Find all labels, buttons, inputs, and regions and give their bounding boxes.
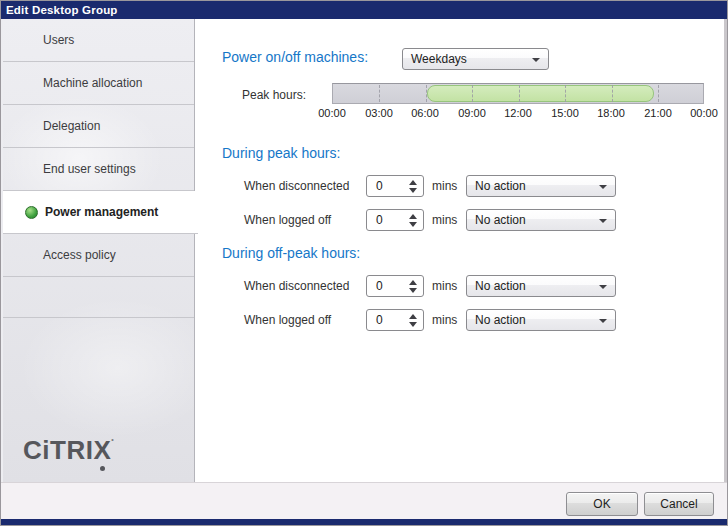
window-bottom-strip <box>1 519 727 525</box>
ok-button[interactable]: OK <box>566 492 638 516</box>
timeline-gridline <box>612 85 613 102</box>
chevron-down-icon <box>599 219 607 223</box>
sidebar-item-label: Access policy <box>43 248 116 262</box>
spin-down-icon[interactable] <box>409 222 417 227</box>
when-disconnected-label: When disconnected <box>244 275 349 297</box>
peak-loggedoff-row: When logged off 0 mins No action <box>198 209 724 231</box>
sidebar-filler <box>3 277 194 318</box>
offpeak-loggedoff-action-select[interactable]: No action <box>466 309 616 331</box>
sidebar-item-access-policy[interactable]: Access policy <box>3 234 194 277</box>
citrix-logo-text: CiTRIX <box>23 435 111 465</box>
peak-disconnected-minutes-input[interactable]: 0 <box>366 175 424 197</box>
sidebar-item-label: Users <box>43 33 74 47</box>
sidebar-item-power-management[interactable]: Power management <box>3 191 198 234</box>
power-onoff-schedule-value: Weekdays <box>411 52 467 66</box>
chevron-down-icon <box>599 185 607 189</box>
window-right-edge <box>724 19 727 519</box>
offpeak-disconnected-row: When disconnected 0 mins No action <box>198 275 724 297</box>
spin-down-icon[interactable] <box>409 322 417 327</box>
offpeak-disconnected-action-select[interactable]: No action <box>466 275 616 297</box>
peak-hours-track[interactable] <box>332 83 704 104</box>
timeline-gridline <box>658 85 659 102</box>
chevron-down-icon <box>599 319 607 323</box>
timeline-tick-label: 00:00 <box>684 107 724 119</box>
offpeak-loggedoff-row: When logged off 0 mins No action <box>198 309 724 331</box>
sidebar-item-machine-allocation[interactable]: Machine allocation <box>3 62 194 105</box>
chevron-down-icon <box>599 285 607 289</box>
spinner-value: 0 <box>376 210 383 230</box>
spinner-value: 0 <box>376 310 383 330</box>
timeline-tick-label: 00:00 <box>312 107 352 119</box>
offpeak-disconnected-minutes-input[interactable]: 0 <box>366 275 424 297</box>
spinner-value: 0 <box>376 276 383 296</box>
timeline-gridline <box>565 85 566 102</box>
action-value: No action <box>475 279 526 293</box>
spin-up-icon[interactable] <box>409 280 417 285</box>
timeline-tick-label: 06:00 <box>405 107 445 119</box>
mins-label: mins <box>432 309 457 331</box>
peak-loggedoff-action-select[interactable]: No action <box>466 209 616 231</box>
peak-hours-label: Peak hours: <box>242 88 306 102</box>
timeline-tick-label: 09:00 <box>452 107 492 119</box>
power-management-panel: Power on/off machines: Weekdays Peak hou… <box>198 19 724 484</box>
sidebar-item-label: Power management <box>45 205 158 219</box>
registered-mark-icon: • <box>111 436 114 443</box>
citrix-logo-dot <box>100 466 105 471</box>
sidebar-item-delegation[interactable]: Delegation <box>3 105 194 148</box>
during-peak-hours-heading: During peak hours: <box>222 145 340 161</box>
chevron-down-icon <box>532 58 540 62</box>
sidebar: Users Machine allocation Delegation End … <box>1 19 195 484</box>
peak-disconnected-row: When disconnected 0 mins No action <box>198 175 724 197</box>
edit-desktop-group-dialog: Edit Desktop Group Users Machine allocat… <box>0 0 728 526</box>
peak-hours-bar[interactable] <box>427 85 654 102</box>
sidebar-item-label: End user settings <box>43 162 136 176</box>
citrix-logo: CiTRIX• <box>23 435 114 466</box>
peak-loggedoff-minutes-input[interactable]: 0 <box>366 209 424 231</box>
power-onoff-schedule-select[interactable]: Weekdays <box>402 48 549 70</box>
timeline-tick-label: 12:00 <box>498 107 538 119</box>
sidebar-item-end-user-settings[interactable]: End user settings <box>3 148 194 191</box>
mins-label: mins <box>432 209 457 231</box>
spin-up-icon[interactable] <box>409 314 417 319</box>
spin-down-icon[interactable] <box>409 188 417 193</box>
spinner-value: 0 <box>376 176 383 196</box>
mins-label: mins <box>432 175 457 197</box>
timeline-gridline <box>472 85 473 102</box>
timeline-tick-label: 03:00 <box>359 107 399 119</box>
timeline-tick-label: 21:00 <box>638 107 678 119</box>
action-value: No action <box>475 179 526 193</box>
power-onoff-heading: Power on/off machines: <box>222 49 368 65</box>
sidebar-item-label: Delegation <box>43 119 100 133</box>
cancel-button[interactable]: Cancel <box>644 492 714 516</box>
timeline-gridline <box>519 85 520 102</box>
during-offpeak-hours-heading: During off-peak hours: <box>222 245 360 261</box>
when-logged-off-label: When logged off <box>244 309 331 331</box>
timeline-tick-label: 18:00 <box>591 107 631 119</box>
action-value: No action <box>475 313 526 327</box>
sidebar-item-users[interactable]: Users <box>3 19 194 62</box>
spin-down-icon[interactable] <box>409 288 417 293</box>
when-disconnected-label: When disconnected <box>244 175 349 197</box>
window-title: Edit Desktop Group <box>6 4 118 16</box>
spin-up-icon[interactable] <box>409 214 417 219</box>
title-bar: Edit Desktop Group <box>1 1 727 19</box>
power-management-status-icon <box>25 206 38 219</box>
action-value: No action <box>475 213 526 227</box>
timeline-gridline <box>379 85 380 102</box>
footer-bar: OK Cancel <box>1 482 727 519</box>
peak-disconnected-action-select[interactable]: No action <box>466 175 616 197</box>
when-logged-off-label: When logged off <box>244 209 331 231</box>
offpeak-loggedoff-minutes-input[interactable]: 0 <box>366 309 424 331</box>
timeline-gridline <box>426 85 427 102</box>
spin-up-icon[interactable] <box>409 180 417 185</box>
sidebar-item-label: Machine allocation <box>43 76 142 90</box>
timeline-tick-label: 15:00 <box>545 107 585 119</box>
mins-label: mins <box>432 275 457 297</box>
